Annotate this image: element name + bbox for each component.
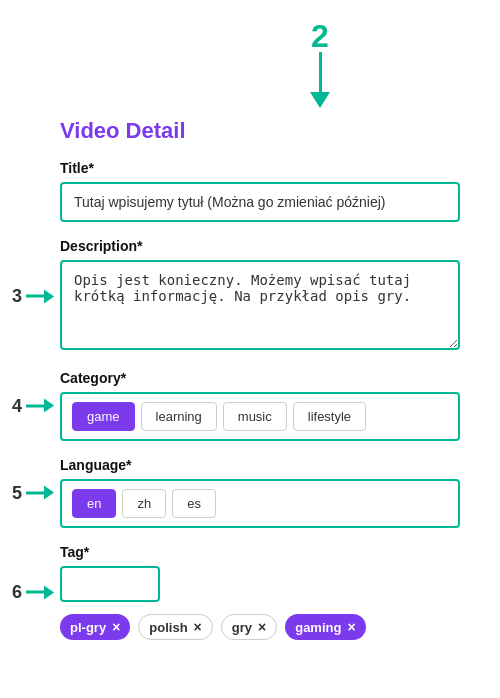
language-btn-zh[interactable]: zh: [122, 489, 166, 518]
category-btn-music[interactable]: music: [223, 402, 287, 431]
step-5-number: 5: [12, 482, 22, 503]
language-field-group: 5 Language* en zh es: [60, 457, 460, 528]
category-btn-lifestyle[interactable]: lifestyle: [293, 402, 366, 431]
step-5-arrow: [26, 486, 54, 500]
step-6-arrow: [26, 585, 54, 599]
step-6-indicator: 6: [12, 582, 54, 603]
step-2-indicator: 2: [180, 20, 460, 108]
language-label: Language*: [60, 457, 460, 473]
step-2-number: 2: [311, 20, 329, 52]
description-label: Description*: [60, 238, 460, 254]
step-4-indicator: 4: [12, 395, 54, 416]
tag-gry-label: gry: [232, 620, 252, 635]
title-input[interactable]: [60, 182, 460, 222]
step-3-number: 3: [12, 286, 22, 307]
description-input[interactable]: Opis jest konieczny. Możemy wpisać tutaj…: [60, 260, 460, 350]
category-group: game learning music lifestyle: [60, 392, 460, 441]
tag-polish: polish ×: [138, 614, 212, 640]
tag-gaming-close[interactable]: ×: [347, 619, 355, 635]
tag-gaming-label: gaming: [295, 620, 341, 635]
step-2-arrow-head: [310, 92, 330, 108]
category-btn-learning[interactable]: learning: [141, 402, 217, 431]
category-field-group: 4 Category* game learning music lifestyl…: [60, 370, 460, 441]
tag-polish-label: polish: [149, 620, 187, 635]
description-field-group: 3 Description* Opis jest konieczny. Może…: [60, 238, 460, 354]
tags-container: pl-gry × polish × gry × gaming ×: [60, 614, 460, 640]
step-5-indicator: 5: [12, 482, 54, 503]
tag-pl-gry-label: pl-gry: [70, 620, 106, 635]
tag-pl-gry: pl-gry ×: [60, 614, 130, 640]
step-3-arrow: [26, 289, 54, 303]
step-6-number: 6: [12, 582, 22, 603]
step-4-number: 4: [12, 395, 22, 416]
section-title: Video Detail: [60, 118, 460, 144]
step-3-indicator: 3: [12, 286, 54, 307]
step-4-arrow: [26, 399, 54, 413]
title-field-group: Title*: [60, 160, 460, 222]
step-2-arrow-line: [319, 52, 322, 92]
tag-polish-close[interactable]: ×: [194, 619, 202, 635]
category-label: Category*: [60, 370, 460, 386]
language-btn-en[interactable]: en: [72, 489, 116, 518]
language-btn-es[interactable]: es: [172, 489, 216, 518]
tag-gry-close[interactable]: ×: [258, 619, 266, 635]
category-btn-game[interactable]: game: [72, 402, 135, 431]
tag-pl-gry-close[interactable]: ×: [112, 619, 120, 635]
language-group: en zh es: [60, 479, 460, 528]
title-label: Title*: [60, 160, 460, 176]
tag-gry: gry ×: [221, 614, 277, 640]
tag-input[interactable]: [60, 566, 160, 602]
tag-label: Tag*: [60, 544, 460, 560]
tag-gaming: gaming ×: [285, 614, 365, 640]
tag-field-group: 6 Tag* pl-gry × polish × gry × gaming: [60, 544, 460, 640]
